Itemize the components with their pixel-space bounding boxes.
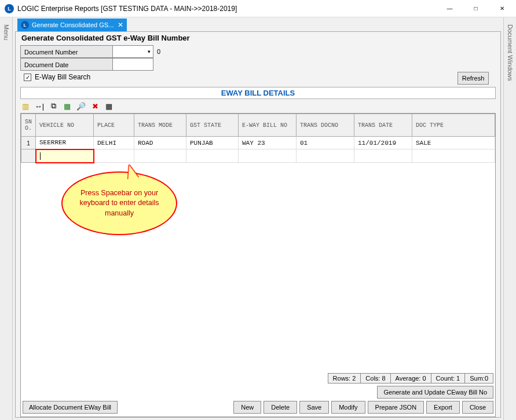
- section-title: EWAY BILL DETAILS: [20, 87, 496, 99]
- grid-status-bar: Rows: 2 Cols: 8 Average: 0 Count: 1 Sum:…: [328, 373, 493, 384]
- cell-trans-docno[interactable]: 01: [297, 137, 354, 149]
- grid-header-row: SN O. VEHICLE NO PLACE TRANS MODE GST ST…: [21, 114, 495, 137]
- status-cols: Cols: 8: [361, 373, 390, 384]
- tool-find-icon[interactable]: 🔎: [76, 101, 86, 111]
- cell-trans-date[interactable]: [354, 149, 412, 163]
- export-button[interactable]: Export: [426, 401, 460, 414]
- cell-trans-date[interactable]: 11/01/2019: [354, 137, 412, 149]
- status-sum: Sum:0: [465, 373, 493, 384]
- menu-side-tab[interactable]: Menu: [0, 17, 13, 420]
- cell-doc-type[interactable]: SALE: [412, 137, 495, 149]
- document-tab-bar: L Generate Consolidated GS... ✕: [13, 17, 503, 31]
- table-row[interactable]: 1 SEERRER DELHI ROAD PUNJAB WAY 23 01 11…: [21, 137, 495, 149]
- prepare-json-button[interactable]: Prepare JSON: [368, 401, 424, 414]
- save-button[interactable]: Save: [299, 401, 329, 414]
- cell-sn: [21, 149, 36, 163]
- tool-delete-icon[interactable]: ✖: [90, 101, 100, 111]
- grid-toolbar: ▥ ↔| ⧉ ▦ 🔎 ✖ ▦: [16, 99, 500, 113]
- doc-date-input[interactable]: [113, 58, 153, 71]
- tab-close-icon[interactable]: ✕: [118, 21, 123, 29]
- status-rows: Rows: 2: [328, 373, 361, 384]
- col-place[interactable]: PLACE: [94, 114, 134, 137]
- cell-doc-type[interactable]: [412, 149, 495, 163]
- col-eway-bill-no[interactable]: E-WAY BILL NO: [239, 114, 297, 137]
- document-tab[interactable]: L Generate Consolidated GS... ✕: [17, 19, 127, 31]
- tool-grid-icon[interactable]: ▦: [104, 101, 114, 111]
- doc-number-after: 0: [157, 48, 160, 55]
- window-titlebar: L LOGIC Enterprise Reports [GST TESTING …: [0, 0, 516, 17]
- document-windows-side-tab-label: Document Windows: [507, 24, 514, 81]
- panel-heading: Generate Consolidated GST e-Way Bill Num…: [16, 32, 500, 44]
- eway-search-checkbox[interactable]: ✓: [24, 74, 31, 81]
- cell-trans-mode[interactable]: ROAD: [134, 137, 186, 149]
- col-trans-date[interactable]: TRANS DATE: [354, 114, 412, 137]
- col-gst-state[interactable]: GST STATE: [186, 114, 239, 137]
- cell-trans-mode[interactable]: [134, 149, 186, 163]
- refresh-button[interactable]: Refresh: [458, 72, 489, 85]
- maximize-button[interactable]: □: [463, 1, 489, 17]
- menu-side-tab-label: Menu: [3, 24, 10, 41]
- eway-search-label: E-Way Bill Search: [35, 73, 90, 81]
- window-title: LOGIC Enterprise Reports [GST TESTING DA…: [17, 5, 437, 13]
- col-doc-type[interactable]: DOC TYPE: [412, 114, 495, 137]
- cell-gst-state[interactable]: [186, 149, 239, 163]
- status-avg: Average: 0: [391, 373, 431, 384]
- document-tab-label: Generate Consolidated GS...: [32, 21, 114, 28]
- tool-excel-icon[interactable]: ▦: [62, 101, 72, 111]
- cell-eway-bill-no[interactable]: WAY 23: [239, 137, 297, 149]
- doc-number-label: Document Number: [20, 45, 113, 58]
- cell-place[interactable]: DELHI: [94, 137, 134, 149]
- cell-place[interactable]: [94, 149, 134, 163]
- col-sn[interactable]: SN O.: [21, 114, 36, 137]
- grid[interactable]: SN O. VEHICLE NO PLACE TRANS MODE GST ST…: [20, 113, 496, 417]
- app-icon: L: [5, 4, 14, 13]
- tool-notes-icon[interactable]: ▥: [20, 101, 31, 111]
- tool-copy-icon[interactable]: ⧉: [48, 101, 58, 111]
- close-button[interactable]: Close: [462, 401, 493, 414]
- new-button[interactable]: New: [233, 401, 261, 414]
- content-panel: Generate Consolidated GST e-Way Bill Num…: [15, 31, 501, 418]
- cell-sn: 1: [21, 137, 36, 149]
- minimize-button[interactable]: —: [437, 1, 463, 17]
- col-trans-mode[interactable]: TRANS MODE: [134, 114, 186, 137]
- status-count: Count: 1: [431, 373, 466, 384]
- col-vehicle-no[interactable]: VEHICLE NO: [36, 114, 94, 137]
- document-tab-icon: L: [21, 21, 29, 29]
- cell-vehicle-no-editing[interactable]: [36, 149, 94, 163]
- allocate-button[interactable]: Allocate Document EWay Bill: [23, 401, 118, 414]
- window-close-button[interactable]: ✕: [489, 1, 515, 17]
- doc-date-label: Document Date: [20, 58, 113, 71]
- tool-fit-columns-icon[interactable]: ↔|: [34, 101, 45, 111]
- col-trans-docno[interactable]: TRANS DOCNO: [297, 114, 354, 137]
- cell-trans-docno[interactable]: [297, 149, 354, 163]
- table-row[interactable]: [21, 149, 495, 163]
- modify-button[interactable]: Modify: [331, 401, 365, 414]
- doc-number-combo[interactable]: ▾: [113, 45, 153, 58]
- document-windows-side-tab[interactable]: Document Windows: [503, 17, 516, 420]
- delete-button[interactable]: Delete: [264, 401, 297, 414]
- cell-vehicle-no[interactable]: SEERRER: [36, 137, 94, 149]
- cell-eway-bill-no[interactable]: [239, 149, 297, 163]
- generate-update-button[interactable]: Generate and Update CEway Bill No: [377, 386, 493, 399]
- cell-gst-state[interactable]: PUNJAB: [186, 137, 239, 149]
- chevron-down-icon: ▾: [148, 49, 151, 54]
